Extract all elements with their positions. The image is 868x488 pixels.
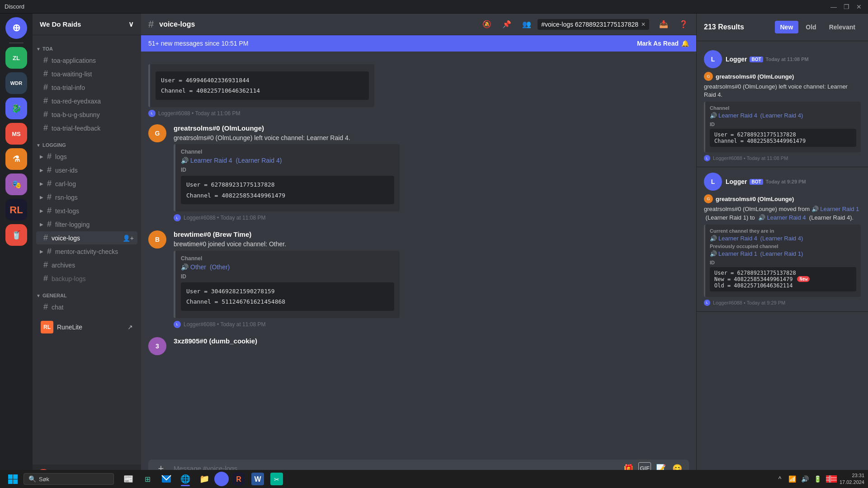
channel-carl-log[interactable]: ▶#carl-log	[36, 177, 137, 190]
restore-button[interactable]: ❐	[842, 2, 851, 11]
inbox-icon[interactable]: 📥	[658, 19, 669, 30]
guild-icon-avatar1[interactable]: 🐉	[5, 98, 27, 119]
taskbar-app-discord[interactable]: ⊕	[214, 472, 229, 486]
taskbar-app-mail[interactable]	[157, 471, 175, 487]
filter-new-button[interactable]: New	[775, 21, 799, 33]
taskbar-app-terminal[interactable]: ⊞	[138, 471, 156, 487]
sound-icon[interactable]: 🔊	[800, 474, 811, 484]
svg-text:⚗: ⚗	[13, 155, 20, 164]
svg-text:🎭: 🎭	[11, 179, 22, 189]
channel-logs[interactable]: ▶#logs	[36, 150, 137, 163]
search-panel: 213 Results New Old Relevant L Logger BO…	[696, 14, 868, 488]
taskbar-app-snipping[interactable]: ✂	[268, 471, 286, 487]
members-icon[interactable]: 👥	[521, 19, 532, 30]
channel-toa-trial-info[interactable]: #toa-trial-info	[36, 81, 137, 94]
channel-hash-icon: #	[47, 165, 52, 175]
sr2-prev-channel[interactable]: 🔊 Learner Raid 1 (Learner Raid 1)	[710, 250, 856, 257]
taskbar-app-chrome[interactable]: 🌐	[176, 471, 194, 487]
sr2-id-new: New = 408225853449961479 New	[714, 276, 852, 282]
message-group-greatrsolms: G greatrsolms#0 (OlmLounge) greatrsolms#…	[141, 122, 696, 223]
discord-home-icon[interactable]: ⊕	[5, 17, 27, 39]
server-header[interactable]: We Do Raids ∨	[33, 14, 141, 35]
taskbar-app-files[interactable]: 📁	[195, 471, 213, 487]
channel-toa-applications[interactable]: #toa-applications	[36, 54, 137, 67]
minimize-button[interactable]: —	[829, 2, 838, 11]
svg-text:🐉: 🐉	[11, 103, 22, 113]
sr2-from-channel[interactable]: 🔊 Learner Raid 1	[811, 206, 859, 212]
search-box[interactable]: #voice-logs 627889231775137828 ✕	[538, 19, 649, 30]
runelite-arrow-icon: ↗	[127, 324, 133, 331]
channel-text-logs[interactable]: ▶#text-logs	[36, 204, 137, 217]
mark-as-read-button[interactable]: Mark As Read 🔔	[637, 40, 689, 47]
category-logging[interactable]: ▼ LOGGING	[33, 135, 141, 150]
channel-toa-waiting-list[interactable]: #toa-waiting-list	[36, 67, 137, 80]
app-container: ⊕ ZL WDR 🐉 MS ⚗ 🎭 RL 🥤 We Do Raids ∨ ▼ T…	[0, 14, 868, 488]
date-display: 17.02.2024	[840, 479, 864, 486]
network-icon[interactable]: 📶	[787, 474, 798, 484]
channel-header-name: voice-logs	[159, 20, 195, 28]
mark-as-read-label: Mark As Read	[637, 40, 679, 47]
guild-icon-avatar3[interactable]: 🎭	[5, 174, 27, 195]
taskbar-search[interactable]: 🔍 Søk	[24, 473, 114, 485]
sr2-user-line: G greatrsolms#0 (OlmLounge)	[704, 194, 861, 203]
server-name: We Do Raids	[40, 20, 81, 28]
sr2-current-channel[interactable]: 🔊 Learner Raid 4 (Learner Raid 4)	[710, 235, 856, 242]
filter-old-button[interactable]: Old	[800, 21, 821, 33]
taskbar-app-word[interactable]: W	[249, 471, 267, 487]
guild-bar: ⊕ ZL WDR 🐉 MS ⚗ 🎭 RL 🥤	[0, 14, 33, 488]
help-icon[interactable]: ❓	[678, 19, 689, 30]
channel-chat[interactable]: #chat	[36, 300, 137, 314]
guild-icon-avatar2[interactable]: ⚗	[5, 148, 27, 170]
start-button[interactable]	[4, 471, 22, 487]
systray-arrow[interactable]: ^	[774, 474, 785, 484]
channel-voice-logs[interactable]: # voice-logs 👤+	[36, 231, 137, 244]
svg-text:W: W	[254, 475, 261, 483]
svg-text:RL: RL	[9, 204, 23, 216]
channel-filter-logging[interactable]: ▶#filter-logging	[36, 218, 137, 231]
taskbar-app-runescape[interactable]: R	[230, 471, 248, 487]
message-group-3xz: 3 3xz8905#0 (dumb_cookie)	[141, 335, 696, 357]
channel-archives[interactable]: #archives	[36, 258, 137, 272]
embed-channel-link-b[interactable]: 🔊 Other (Other)	[181, 263, 394, 271]
embed-id-label-b: ID	[181, 273, 394, 280]
add-member-icon[interactable]: 👤+	[123, 235, 134, 242]
embed-id-label: ID	[181, 167, 394, 173]
embed-channel-sub-b: (Other)	[208, 263, 230, 271]
channel-backup-logs[interactable]: #backup-logs	[36, 272, 137, 285]
language-flag[interactable]	[825, 474, 838, 483]
new-messages-bar[interactable]: 51+ new messages since 10:51 PM Mark As …	[141, 35, 696, 52]
filter-relevant-button[interactable]: Relevant	[824, 21, 861, 33]
embed-id-top: User = 469946402336931844 Channel = 4082…	[148, 64, 374, 107]
battery-icon[interactable]: 🔋	[812, 474, 823, 484]
footer-text-greatrsolms: Logger#6088 • Today at 11:08 PM	[184, 215, 265, 221]
channel-toa-red-eyedxaxa[interactable]: #toa-red-eyedxaxa	[36, 94, 137, 108]
svg-text:R: R	[236, 475, 241, 483]
channel-user-ids[interactable]: ▶#user-ids	[36, 164, 137, 177]
guild-icon-wdr[interactable]: WDR	[5, 72, 27, 94]
channel-toa-trial-feedback[interactable]: #toa-trial-feedback	[36, 122, 137, 135]
channel-hash-icon: #	[43, 302, 48, 312]
id-block-top: User = 469946402336931844 Channel = 4082…	[156, 71, 369, 100]
channel-mentor-activity[interactable]: ▶#mentor-activity-checks	[36, 245, 137, 258]
taskbar-app-widget[interactable]: 📰	[119, 471, 137, 487]
sr1-channel-link[interactable]: 🔊 Learner Raid 4 (Learner Raid 4)	[710, 112, 856, 119]
search-close-icon[interactable]: ✕	[641, 21, 646, 28]
category-general[interactable]: ▼ GENERAL	[33, 286, 141, 300]
guild-icon-coca[interactable]: 🥤	[5, 224, 27, 246]
pin-icon[interactable]: 📌	[501, 19, 512, 30]
logger-avatar-b: L	[174, 321, 181, 328]
channel-rsn-logs[interactable]: ▶#rsn-logs	[36, 191, 137, 204]
sr2-to-channel[interactable]: 🔊 Learner Raid 4	[756, 214, 806, 221]
footer-brewtime: L Logger#6088 • Today at 11:08 PM	[174, 321, 689, 328]
notification-bell-icon[interactable]: 🔕	[481, 19, 492, 30]
sr1-user-avatar: G	[704, 72, 713, 81]
guild-icon-zl[interactable]: ZL	[5, 47, 27, 69]
runelite-entry[interactable]: RL RuneLite ↗	[36, 317, 137, 337]
guild-icon-rl[interactable]: RL	[5, 199, 27, 221]
channel-toa-bug-sbunny[interactable]: #toa-b-u-g-sbunny	[36, 108, 137, 121]
category-toa[interactable]: ▼ TOA	[33, 39, 141, 53]
channel-list: ▼ TOA #toa-applications #toa-waiting-lis…	[33, 35, 141, 465]
close-button[interactable]: ✕	[854, 2, 863, 11]
guild-icon-ms[interactable]: MS	[5, 123, 27, 145]
embed-channel-link[interactable]: 🔊 Learner Raid 4 (Learner Raid 4)	[181, 157, 394, 164]
